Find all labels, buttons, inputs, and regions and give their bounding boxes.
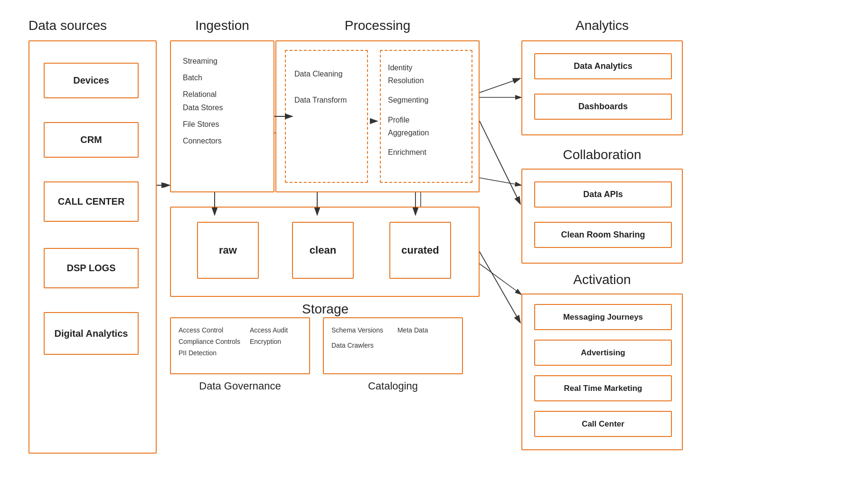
meta-data-label: Meta Data — [397, 325, 428, 336]
data-governance-box: Access Control Compliance Controls PII D… — [170, 317, 310, 374]
dsp-logs-box: DSP LOGS — [44, 248, 139, 288]
raw-box: raw — [197, 222, 259, 279]
svg-line-14 — [480, 78, 520, 93]
cataloging-title: Cataloging — [323, 380, 463, 392]
real-time-marketing-box: Real Time Marketing — [534, 375, 672, 401]
access-control-label: Access Control — [179, 325, 240, 336]
data-analytics-box: Data Analytics — [534, 53, 672, 79]
cataloging-box: Schema Versions Data Crawlers Meta Data — [323, 317, 463, 374]
messaging-journeys-box: Messaging Journeys — [534, 304, 672, 330]
data-apis-box: Data APIs — [534, 181, 672, 208]
collaboration-box: Data APIs Clean Room Sharing — [521, 169, 683, 264]
cleaning-items: Data Cleaning Data Transform — [286, 51, 367, 123]
cataloging-content: Schema Versions Data Crawlers Meta Data — [324, 318, 462, 358]
call-center-activation-box: Call Center — [534, 411, 672, 437]
ingestion-batch: Batch — [183, 71, 262, 84]
clean-room-sharing-box: Clean Room Sharing — [534, 222, 672, 248]
dashboards-box: Dashboards — [534, 94, 672, 120]
resolution-box: IdentityResolution Segmenting ProfileAgg… — [380, 50, 472, 183]
storage-box: raw clean curated — [170, 207, 480, 297]
encryption-label: Encryption — [250, 336, 288, 348]
devices-box: Devices — [44, 63, 139, 98]
curated-box: curated — [389, 222, 451, 279]
ingestion-title: Ingestion — [170, 18, 274, 33]
resolution-items: IdentityResolution Segmenting ProfileAgg… — [381, 51, 472, 169]
clean-box: clean — [292, 222, 354, 279]
data-transform-label: Data Transform — [294, 94, 359, 106]
compliance-label: Compliance Controls — [179, 336, 240, 348]
activation-title: Activation — [521, 272, 683, 287]
diagram: Data sources Devices CRM CALL CENTER DSP… — [0, 0, 868, 503]
data-sources-title: Data sources — [28, 18, 157, 33]
segmenting-label: Segmenting — [388, 94, 464, 106]
data-sources-box: Devices CRM CALL CENTER DSP LOGS Digital… — [28, 40, 157, 454]
cleaning-box: Data Cleaning Data Transform — [285, 50, 368, 183]
enrichment-label: Enrichment — [388, 146, 464, 159]
ingestion-file: File Stores — [183, 118, 262, 131]
schema-versions-label: Schema Versions — [331, 325, 383, 336]
pii-label: PII Detection — [179, 348, 240, 359]
ingestion-box: Streaming Batch RelationalData Stores Fi… — [170, 40, 274, 192]
ingestion-streaming: Streaming — [183, 55, 262, 67]
ingestion-connectors: Connectors — [183, 134, 262, 147]
ingestion-items: Streaming Batch RelationalData Stores Fi… — [171, 41, 274, 161]
collaboration-title: Collaboration — [521, 147, 683, 162]
call-center-box: CALL CENTER — [44, 181, 139, 222]
governance-content: Access Control Compliance Controls PII D… — [171, 318, 309, 365]
svg-line-15 — [480, 121, 520, 204]
data-crawlers-label: Data Crawlers — [331, 340, 383, 351]
data-cleaning-label: Data Cleaning — [294, 67, 359, 80]
crm-box: CRM — [44, 122, 139, 158]
digital-analytics-box: Digital Analytics — [44, 312, 139, 355]
processing-title: Processing — [275, 18, 480, 33]
governance-title: Data Governance — [170, 380, 310, 392]
analytics-box: Data Analytics Dashboards — [521, 40, 683, 135]
activation-box: Messaging Journeys Advertising Real Time… — [521, 294, 683, 450]
profile-agg-label: ProfileAggregation — [388, 114, 464, 139]
processing-box: Data Cleaning Data Transform IdentityRes… — [275, 40, 480, 192]
svg-line-19 — [480, 252, 520, 323]
analytics-title: Analytics — [521, 18, 683, 33]
access-audit-label: Access Audit — [250, 325, 288, 336]
identity-resolution-label: IdentityResolution — [388, 61, 464, 87]
advertising-box: Advertising — [534, 340, 672, 366]
ingestion-relational: RelationalData Stores — [183, 88, 262, 114]
storage-title: Storage — [247, 302, 404, 317]
